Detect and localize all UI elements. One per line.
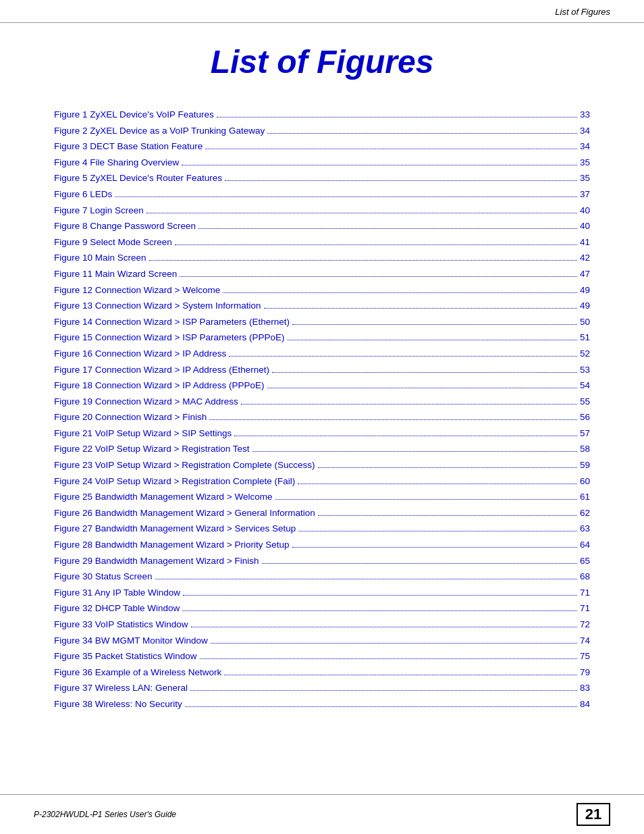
list-item: Figure 21 VoIP Setup Wizard > SIP Settin… <box>54 426 590 441</box>
toc-page-number: 60 <box>580 474 590 489</box>
figure-label[interactable]: Figure 19 Connection Wizard > MAC Addres… <box>54 394 238 409</box>
list-item: Figure 29 Bandwidth Management Wizard > … <box>54 554 590 569</box>
toc-dots <box>200 658 577 659</box>
figure-label[interactable]: Figure 4 File Sharing Overview <box>54 155 179 170</box>
list-item: Figure 4 File Sharing Overview35 <box>54 155 590 170</box>
toc-dots <box>182 610 577 611</box>
toc-dots <box>234 436 577 436</box>
toc-page-number: 35 <box>580 155 590 170</box>
figure-label[interactable]: Figure 14 Connection Wizard > ISP Parame… <box>54 315 290 330</box>
toc-dots <box>267 133 577 134</box>
figure-label[interactable]: Figure 11 Main Wizard Screen <box>54 267 177 282</box>
list-item: Figure 31 Any IP Table Window71 <box>54 585 590 600</box>
figure-label[interactable]: Figure 37 Wireless LAN: General <box>54 681 188 696</box>
toc-dots <box>292 547 577 548</box>
figure-label[interactable]: Figure 30 Status Screen <box>54 569 153 584</box>
figure-label[interactable]: Figure 12 Connection Wizard > Welcome <box>54 283 220 298</box>
figure-label[interactable]: Figure 31 Any IP Table Window <box>54 585 180 600</box>
toc-page-number: 83 <box>580 681 590 696</box>
figure-label[interactable]: Figure 24 VoIP Setup Wizard > Registrati… <box>54 474 295 489</box>
toc-page-number: 50 <box>580 315 590 330</box>
footer-page-number: 21 <box>576 803 610 826</box>
toc-page-number: 61 <box>580 490 590 504</box>
toc-page-number: 71 <box>580 585 590 600</box>
figure-label[interactable]: Figure 25 Bandwidth Management Wizard > … <box>54 490 273 504</box>
list-item: Figure 27 Bandwidth Management Wizard > … <box>54 521 590 536</box>
figure-label[interactable]: Figure 23 VoIP Setup Wizard > Registrati… <box>54 458 315 473</box>
list-item: Figure 38 Wireless: No Security84 <box>54 697 590 712</box>
figure-label[interactable]: Figure 10 Main Screen <box>54 251 146 265</box>
figure-label[interactable]: Figure 6 LEDs <box>54 187 112 202</box>
list-item: Figure 15 Connection Wizard > ISP Parame… <box>54 330 590 345</box>
figure-label[interactable]: Figure 17 Connection Wizard > IP Address… <box>54 363 269 377</box>
list-item: Figure 9 Select Mode Screen41 <box>54 235 590 250</box>
list-item: Figure 36 Example of a Wireless Network7… <box>54 665 590 680</box>
figure-label[interactable]: Figure 8 Change Password Screen <box>54 219 196 234</box>
toc-page-number: 63 <box>580 521 590 536</box>
toc-dots <box>288 340 577 340</box>
toc-page-number: 68 <box>580 569 590 584</box>
figure-label[interactable]: Figure 34 BW MGMT Monitor Window <box>54 633 208 648</box>
toc-dots <box>191 627 577 627</box>
toc-dots <box>318 515 577 516</box>
figure-label[interactable]: Figure 26 Bandwidth Management Wizard > … <box>54 506 315 521</box>
list-item: Figure 33 VoIP Statistics Window72 <box>54 617 590 632</box>
figure-label[interactable]: Figure 35 Packet Statistics Window <box>54 649 197 664</box>
main-title-area: List of Figures <box>0 23 644 107</box>
figure-label[interactable]: Figure 36 Example of a Wireless Network <box>54 665 221 680</box>
toc-page-number: 59 <box>580 458 590 473</box>
figure-label[interactable]: Figure 18 Connection Wizard > IP Address… <box>54 378 265 393</box>
list-item: Figure 5 ZyXEL Device's Router Features3… <box>54 171 590 186</box>
figure-label[interactable]: Figure 5 ZyXEL Device's Router Features <box>54 171 222 186</box>
toc-dots <box>146 213 577 213</box>
toc-dots <box>211 643 577 644</box>
list-item: Figure 34 BW MGMT Monitor Window74 <box>54 633 590 648</box>
list-item: Figure 7 Login Screen40 <box>54 203 590 218</box>
figure-label[interactable]: Figure 1 ZyXEL Device's VoIP Features <box>54 107 214 122</box>
figure-label[interactable]: Figure 32 DHCP Table Window <box>54 601 180 616</box>
figure-label[interactable]: Figure 16 Connection Wizard > IP Address <box>54 346 226 361</box>
list-item: Figure 12 Connection Wizard > Welcome49 <box>54 283 590 298</box>
toc-dots <box>275 499 577 500</box>
toc-dots <box>262 563 577 564</box>
figure-label[interactable]: Figure 28 Bandwidth Management Wizard > … <box>54 538 290 552</box>
figure-label[interactable]: Figure 2 ZyXEL Device as a VoIP Trunking… <box>54 124 265 138</box>
toc-dots <box>272 372 577 373</box>
footer-product-name: P-2302HWUDL-P1 Series User's Guide <box>34 810 176 819</box>
list-item: Figure 6 LEDs37 <box>54 187 590 202</box>
page-container: List of Figures List of Figures Figure 1… <box>0 0 644 834</box>
figure-label[interactable]: Figure 3 DECT Base Station Feature <box>54 139 203 154</box>
list-item: Figure 13 Connection Wizard > System Inf… <box>54 298 590 313</box>
figure-label[interactable]: Figure 9 Select Mode Screen <box>54 235 172 250</box>
toc-dots <box>190 690 577 691</box>
toc-dots <box>205 149 577 149</box>
toc-dots <box>182 165 577 165</box>
toc-dots <box>223 292 577 293</box>
figure-label[interactable]: Figure 7 Login Screen <box>54 203 144 218</box>
figure-label[interactable]: Figure 38 Wireless: No Security <box>54 697 182 712</box>
toc-page-number: 40 <box>580 219 590 234</box>
figure-label[interactable]: Figure 15 Connection Wizard > ISP Parame… <box>54 330 285 345</box>
toc-page-number: 84 <box>580 697 590 712</box>
figure-label[interactable]: Figure 29 Bandwidth Management Wizard > … <box>54 554 259 569</box>
toc-page-number: 33 <box>580 107 590 122</box>
figure-label[interactable]: Figure 22 VoIP Setup Wizard > Registrati… <box>54 442 250 457</box>
toc-page-number: 51 <box>580 330 590 345</box>
toc-dots <box>115 197 577 197</box>
list-item: Figure 32 DHCP Table Window71 <box>54 601 590 616</box>
figure-label[interactable]: Figure 27 Bandwidth Management Wizard > … <box>54 521 296 536</box>
toc-page-number: 49 <box>580 298 590 313</box>
toc-page-number: 58 <box>580 442 590 457</box>
toc-page-number: 42 <box>580 251 590 265</box>
figure-label[interactable]: Figure 21 VoIP Setup Wizard > SIP Settin… <box>54 426 232 441</box>
figure-label[interactable]: Figure 13 Connection Wizard > System Inf… <box>54 298 261 313</box>
toc-dots <box>175 244 577 245</box>
toc-page-number: 71 <box>580 601 590 616</box>
figure-label[interactable]: Figure 33 VoIP Statistics Window <box>54 617 188 632</box>
list-item: Figure 24 VoIP Setup Wizard > Registrati… <box>54 474 590 489</box>
list-item: Figure 35 Packet Statistics Window75 <box>54 649 590 664</box>
list-item: Figure 22 VoIP Setup Wizard > Registrati… <box>54 442 590 457</box>
bottom-footer: P-2302HWUDL-P1 Series User's Guide 21 <box>0 794 644 834</box>
toc-page-number: 79 <box>580 665 590 680</box>
figure-label[interactable]: Figure 20 Connection Wizard > Finish <box>54 410 207 425</box>
